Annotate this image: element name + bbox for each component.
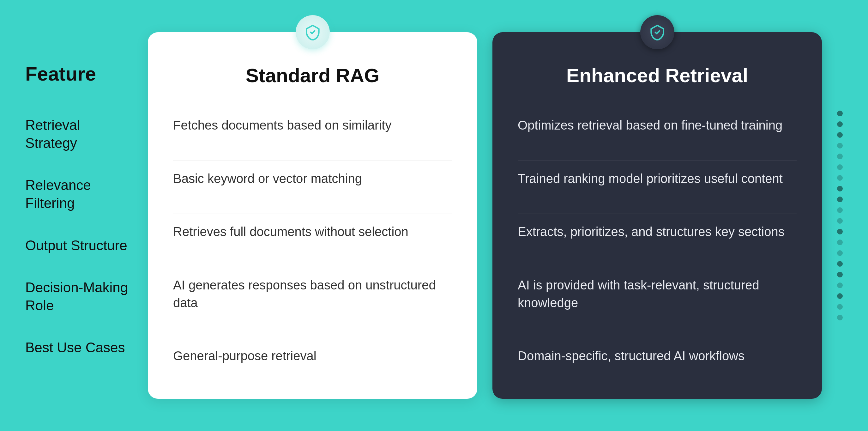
dot-7 <box>837 175 843 181</box>
dot-13 <box>837 240 843 245</box>
enhanced-retrieval-row-5: Domain-specific, structured AI workflows <box>518 338 797 373</box>
dot-11 <box>837 218 843 224</box>
feature-item-1: Retrieval Strategy <box>25 104 133 164</box>
dot-10 <box>837 207 843 213</box>
dot-8 <box>837 186 843 191</box>
dot-20 <box>837 315 843 320</box>
feature-item-5: Best Use Cases <box>25 327 133 368</box>
enhanced-retrieval-title: Enhanced Retrieval <box>518 64 797 87</box>
dot-3 <box>837 132 843 138</box>
dot-5 <box>837 154 843 159</box>
dot-6 <box>837 164 843 170</box>
standard-rag-row-1: Fetches documents based on similarity <box>173 107 452 143</box>
standard-rag-row-4: AI generates responses based on unstruct… <box>173 267 452 320</box>
dot-1 <box>837 111 843 116</box>
standard-rag-card: Standard RAG Fetches documents based on … <box>148 32 477 399</box>
feature-item-4: Decision-Making Role <box>25 266 133 327</box>
enhanced-retrieval-row-1: Optimizes retrieval based on fine-tuned … <box>518 107 797 143</box>
dot-17 <box>837 282 843 288</box>
enhanced-retrieval-icon-wrap <box>640 15 674 49</box>
dot-19 <box>837 304 843 310</box>
standard-rag-icon-wrap <box>296 15 330 49</box>
standard-rag-rows: Fetches documents based on similarity Ba… <box>173 107 452 373</box>
dot-4 <box>837 143 843 149</box>
feature-item-2: Relevance Filtering <box>25 164 133 224</box>
dot-18 <box>837 293 843 299</box>
dot-12 <box>837 229 843 235</box>
enhanced-retrieval-rows: Optimizes retrieval based on fine-tuned … <box>518 107 797 373</box>
feature-column: Feature Retrieval Strategy Relevance Fil… <box>25 63 133 369</box>
enhanced-retrieval-card: Enhanced Retrieval Optimizes retrieval b… <box>492 32 822 399</box>
dot-15 <box>837 261 843 267</box>
enhanced-retrieval-row-4: AI is provided with task-relevant, struc… <box>518 267 797 320</box>
feature-column-title: Feature <box>25 63 133 85</box>
dot-14 <box>837 250 843 256</box>
dot-16 <box>837 272 843 277</box>
feature-item-3: Output Structure <box>25 224 133 266</box>
standard-rag-row-2: Basic keyword or vector matching <box>173 160 452 196</box>
dot-2 <box>837 121 843 127</box>
enhanced-retrieval-row-2: Trained ranking model prioritizes useful… <box>518 160 797 196</box>
enhanced-retrieval-row-3: Extracts, prioritizes, and structures ke… <box>518 214 797 249</box>
shield-check-icon-enhanced <box>649 24 665 40</box>
standard-rag-row-3: Retrieves full documents without selecti… <box>173 214 452 249</box>
dot-9 <box>837 196 843 202</box>
main-container: Feature Retrieval Strategy Relevance Fil… <box>0 0 868 431</box>
standard-rag-row-5: General-purpose retrieval <box>173 338 452 373</box>
standard-rag-title: Standard RAG <box>173 64 452 87</box>
shield-check-icon <box>305 24 321 40</box>
decorative-dots <box>837 19 843 412</box>
